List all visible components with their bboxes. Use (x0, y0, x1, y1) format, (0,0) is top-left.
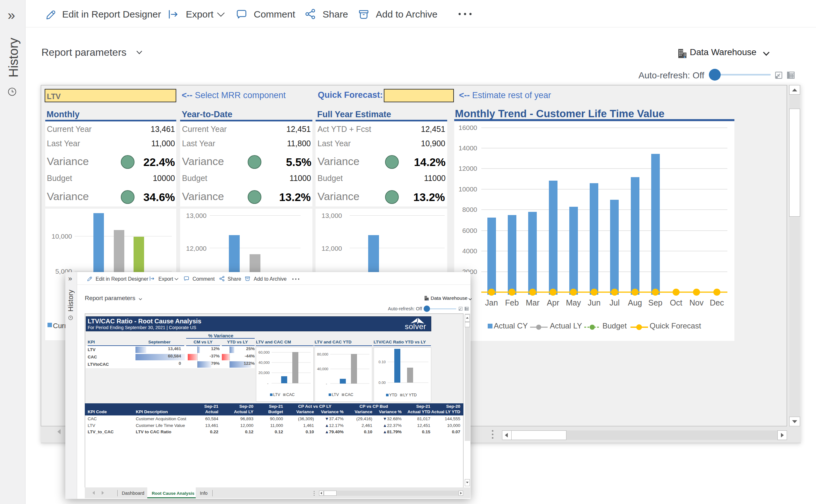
svg-text:20,000: 20,000 (258, 371, 270, 375)
svg-text:Actual CY: Actual CY (494, 321, 528, 330)
svg-text:Jun: Jun (588, 298, 601, 307)
svg-text:0.00: 0.00 (379, 381, 386, 385)
svg-text:Dec: Dec (710, 298, 724, 307)
svg-text:40,000: 40,000 (317, 367, 328, 371)
svg-text:LY YTD: LY YTD (403, 393, 417, 397)
svg-text:-: - (326, 382, 327, 385)
svg-text:LTV: LTV (332, 392, 339, 397)
svg-text:Quick Forecast: Quick Forecast (650, 321, 701, 330)
svg-text:80,000: 80,000 (317, 352, 328, 356)
svg-text:40,000: 40,000 (258, 361, 270, 364)
svg-text:4000: 4000 (462, 247, 477, 255)
svg-text:CAC: CAC (286, 392, 294, 397)
svg-text:Oct: Oct (670, 298, 682, 307)
svg-text:YTD: YTD (389, 393, 397, 397)
svg-text:8000: 8000 (462, 206, 477, 213)
svg-text:6000: 6000 (462, 227, 477, 234)
svg-text:14000: 14000 (459, 144, 477, 152)
svg-text:-: - (267, 381, 268, 385)
svg-text:Aug: Aug (628, 298, 642, 307)
svg-text:Actual LY: Actual LY (550, 321, 582, 330)
svg-text:10000: 10000 (459, 185, 477, 193)
svg-text:solver: solver (405, 322, 426, 330)
svg-text:Feb: Feb (505, 298, 519, 307)
svg-text:Jan: Jan (485, 298, 498, 307)
svg-text:60,000: 60,000 (258, 350, 270, 354)
svg-text:CAC: CAC (345, 392, 353, 397)
svg-text:0.10: 0.10 (379, 360, 386, 364)
svg-text:LTV: LTV (273, 392, 280, 397)
svg-text:Apr: Apr (547, 298, 560, 307)
svg-text:Sep: Sep (648, 298, 662, 307)
svg-text:12000: 12000 (459, 165, 477, 172)
svg-text:Mar: Mar (526, 298, 539, 307)
svg-text:May: May (566, 298, 581, 307)
svg-text:Budget: Budget (603, 321, 627, 330)
svg-text:Jul: Jul (610, 298, 620, 307)
svg-text:16000: 16000 (459, 124, 477, 131)
svg-text:Nov: Nov (690, 298, 704, 307)
